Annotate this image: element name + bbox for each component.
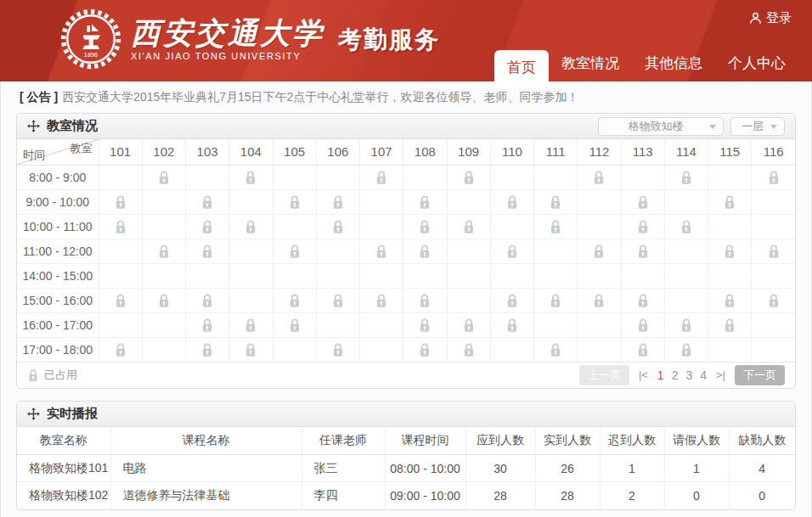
- slot-cell-115[interactable]: [708, 165, 752, 189]
- slot-cell-107[interactable]: [360, 312, 403, 337]
- slot-cell-105[interactable]: [273, 165, 316, 189]
- slot-cell-110[interactable]: [490, 312, 533, 337]
- slot-cell-108[interactable]: [403, 214, 447, 239]
- slot-cell-116[interactable]: [752, 189, 795, 214]
- first-page-icon[interactable]: |<: [639, 368, 648, 381]
- slot-cell-103[interactable]: [186, 263, 229, 288]
- slot-cell-116[interactable]: [752, 263, 795, 288]
- slot-cell-111[interactable]: [534, 214, 578, 239]
- slot-cell-104[interactable]: [229, 165, 273, 189]
- slot-cell-114[interactable]: [664, 312, 708, 337]
- slot-cell-101[interactable]: [99, 337, 142, 362]
- slot-cell-108[interactable]: [403, 337, 447, 362]
- slot-cell-102[interactable]: [142, 214, 185, 239]
- slot-cell-105[interactable]: [273, 214, 316, 239]
- page-number-2[interactable]: 2: [672, 368, 679, 382]
- slot-cell-112[interactable]: [578, 288, 621, 312]
- slot-cell-101[interactable]: [99, 189, 142, 214]
- slot-cell-111[interactable]: [534, 312, 578, 337]
- slot-cell-110[interactable]: [490, 239, 533, 263]
- slot-cell-112[interactable]: [578, 239, 621, 263]
- slot-cell-114[interactable]: [664, 337, 708, 362]
- slot-cell-110[interactable]: [490, 214, 533, 239]
- slot-cell-109[interactable]: [447, 312, 490, 337]
- slot-cell-114[interactable]: [664, 165, 708, 189]
- slot-cell-105[interactable]: [273, 263, 316, 288]
- slot-cell-101[interactable]: [99, 214, 142, 239]
- slot-cell-116[interactable]: [752, 288, 795, 312]
- slot-cell-107[interactable]: [360, 288, 403, 312]
- slot-cell-102[interactable]: [142, 288, 185, 312]
- slot-cell-106[interactable]: [316, 337, 359, 362]
- slot-cell-116[interactable]: [752, 214, 795, 239]
- slot-cell-114[interactable]: [664, 288, 708, 312]
- slot-cell-103[interactable]: [186, 165, 229, 189]
- slot-cell-106[interactable]: [316, 214, 359, 239]
- slot-cell-108[interactable]: [403, 165, 447, 189]
- slot-cell-109[interactable]: [447, 239, 490, 263]
- slot-cell-105[interactable]: [273, 288, 316, 312]
- slot-cell-105[interactable]: [273, 239, 316, 263]
- slot-cell-112[interactable]: [578, 263, 621, 288]
- slot-cell-101[interactable]: [99, 239, 142, 263]
- slot-cell-112[interactable]: [578, 214, 621, 239]
- slot-cell-108[interactable]: [403, 189, 447, 214]
- login-link[interactable]: 登录: [749, 10, 792, 26]
- slot-cell-115[interactable]: [708, 337, 752, 362]
- slot-cell-107[interactable]: [360, 214, 403, 239]
- slot-cell-114[interactable]: [664, 189, 708, 214]
- slot-cell-108[interactable]: [403, 312, 447, 337]
- slot-cell-110[interactable]: [490, 288, 533, 312]
- slot-cell-103[interactable]: [186, 189, 229, 214]
- slot-cell-112[interactable]: [578, 312, 621, 337]
- slot-cell-116[interactable]: [752, 165, 795, 189]
- slot-cell-108[interactable]: [403, 263, 447, 288]
- slot-cell-107[interactable]: [360, 189, 403, 214]
- slot-cell-106[interactable]: [316, 239, 359, 263]
- slot-cell-112[interactable]: [578, 165, 621, 189]
- slot-cell-111[interactable]: [534, 337, 578, 362]
- slot-cell-113[interactable]: [621, 239, 664, 263]
- slot-cell-101[interactable]: [99, 165, 142, 189]
- slot-cell-106[interactable]: [316, 263, 359, 288]
- slot-cell-109[interactable]: [447, 189, 490, 214]
- slot-cell-113[interactable]: [621, 263, 664, 288]
- slot-cell-113[interactable]: [621, 165, 664, 189]
- slot-cell-115[interactable]: [708, 214, 752, 239]
- slot-cell-107[interactable]: [360, 165, 403, 189]
- slot-cell-111[interactable]: [534, 165, 578, 189]
- slot-cell-104[interactable]: [229, 189, 273, 214]
- slot-cell-108[interactable]: [403, 239, 447, 263]
- slot-cell-103[interactable]: [186, 337, 229, 362]
- slot-cell-112[interactable]: [578, 189, 621, 214]
- slot-cell-109[interactable]: [447, 214, 490, 239]
- tab-2[interactable]: 教室情况: [549, 45, 632, 81]
- slot-cell-101[interactable]: [99, 312, 142, 337]
- slot-cell-104[interactable]: [229, 288, 273, 312]
- slot-cell-114[interactable]: [664, 263, 708, 288]
- slot-cell-110[interactable]: [490, 165, 533, 189]
- slot-cell-101[interactable]: [99, 288, 142, 312]
- slot-cell-116[interactable]: [752, 312, 795, 337]
- prev-page-button[interactable]: 上一页: [579, 365, 629, 385]
- slot-cell-116[interactable]: [752, 337, 795, 362]
- slot-cell-111[interactable]: [534, 189, 578, 214]
- slot-cell-106[interactable]: [316, 165, 359, 189]
- slot-cell-105[interactable]: [273, 312, 316, 337]
- slot-cell-113[interactable]: [621, 288, 664, 312]
- slot-cell-104[interactable]: [229, 312, 273, 337]
- slot-cell-115[interactable]: [708, 312, 752, 337]
- slot-cell-109[interactable]: [447, 165, 490, 189]
- slot-cell-115[interactable]: [708, 189, 752, 214]
- slot-cell-107[interactable]: [360, 239, 403, 263]
- slot-cell-103[interactable]: [186, 239, 229, 263]
- slot-cell-106[interactable]: [316, 189, 359, 214]
- slot-cell-110[interactable]: [490, 337, 533, 362]
- slot-cell-111[interactable]: [534, 263, 578, 288]
- slot-cell-104[interactable]: [229, 337, 273, 362]
- slot-cell-101[interactable]: [99, 263, 142, 288]
- slot-cell-113[interactable]: [621, 189, 664, 214]
- slot-cell-102[interactable]: [142, 165, 185, 189]
- slot-cell-102[interactable]: [142, 312, 185, 337]
- slot-cell-102[interactable]: [142, 239, 185, 263]
